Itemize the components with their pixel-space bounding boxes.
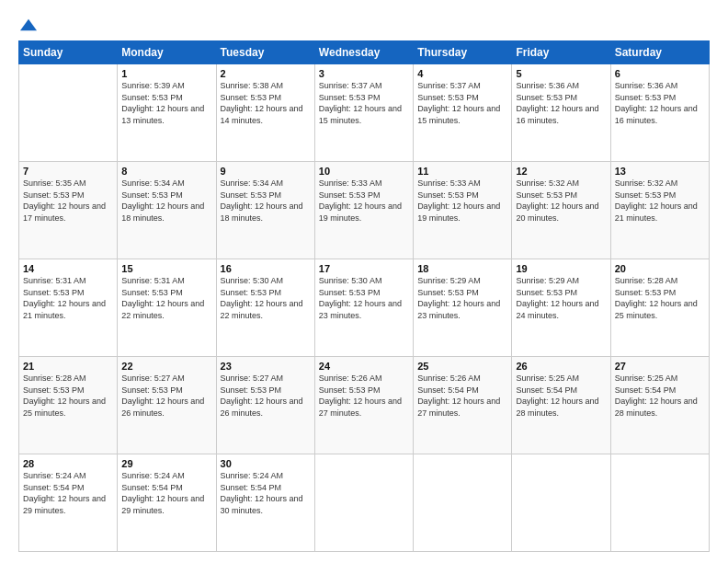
weekday-header-sunday: Sunday — [19, 41, 118, 64]
day-number: 16 — [221, 263, 311, 274]
calendar-cell: 20Sunrise: 5:28 AMSunset: 5:53 PMDayligh… — [610, 259, 709, 357]
logo — [18, 17, 37, 33]
day-number: 6 — [615, 68, 705, 79]
calendar-week-3: 14Sunrise: 5:31 AMSunset: 5:53 PMDayligh… — [19, 259, 710, 357]
calendar-cell — [610, 454, 709, 552]
day-info: Sunrise: 5:34 AMSunset: 5:53 PMDaylight:… — [121, 178, 211, 224]
calendar-cell: 7Sunrise: 5:35 AMSunset: 5:53 PMDaylight… — [19, 162, 118, 259]
calendar-cell: 22Sunrise: 5:27 AMSunset: 5:53 PMDayligh… — [118, 357, 216, 454]
calendar-cell: 19Sunrise: 5:29 AMSunset: 5:53 PMDayligh… — [512, 259, 610, 357]
weekday-header-saturday: Saturday — [610, 41, 709, 64]
day-number: 15 — [121, 263, 211, 274]
calendar-cell — [512, 454, 610, 552]
day-info: Sunrise: 5:34 AMSunset: 5:53 PMDaylight:… — [221, 178, 311, 224]
day-info: Sunrise: 5:27 AMSunset: 5:53 PMDaylight:… — [121, 373, 211, 419]
day-info: Sunrise: 5:24 AMSunset: 5:54 PMDaylight:… — [121, 470, 211, 516]
weekday-header-monday: Monday — [118, 41, 216, 64]
day-info: Sunrise: 5:38 AMSunset: 5:53 PMDaylight:… — [221, 80, 311, 126]
weekday-header-wednesday: Wednesday — [314, 41, 413, 64]
day-number: 9 — [221, 166, 311, 177]
day-info: Sunrise: 5:33 AMSunset: 5:53 PMDaylight:… — [319, 178, 409, 224]
calendar-cell: 11Sunrise: 5:33 AMSunset: 5:53 PMDayligh… — [414, 162, 512, 259]
day-info: Sunrise: 5:26 AMSunset: 5:54 PMDaylight:… — [417, 373, 507, 419]
day-number: 30 — [221, 458, 311, 469]
calendar-cell: 6Sunrise: 5:36 AMSunset: 5:53 PMDaylight… — [610, 64, 709, 162]
calendar-cell: 14Sunrise: 5:31 AMSunset: 5:53 PMDayligh… — [19, 259, 118, 357]
calendar-cell: 24Sunrise: 5:26 AMSunset: 5:53 PMDayligh… — [314, 357, 413, 454]
page: SundayMondayTuesdayWednesdayThursdayFrid… — [0, 0, 728, 563]
calendar-cell: 2Sunrise: 5:38 AMSunset: 5:53 PMDaylight… — [216, 64, 314, 162]
day-info: Sunrise: 5:36 AMSunset: 5:53 PMDaylight:… — [615, 80, 705, 126]
calendar-cell: 15Sunrise: 5:31 AMSunset: 5:53 PMDayligh… — [118, 259, 216, 357]
day-number: 5 — [516, 68, 606, 79]
day-number: 23 — [221, 361, 311, 372]
calendar-cell: 1Sunrise: 5:39 AMSunset: 5:53 PMDaylight… — [118, 64, 216, 162]
day-info: Sunrise: 5:24 AMSunset: 5:54 PMDaylight:… — [23, 470, 113, 516]
calendar-week-2: 7Sunrise: 5:35 AMSunset: 5:53 PMDaylight… — [19, 162, 710, 259]
calendar-cell: 26Sunrise: 5:25 AMSunset: 5:54 PMDayligh… — [512, 357, 610, 454]
calendar-cell: 13Sunrise: 5:32 AMSunset: 5:53 PMDayligh… — [610, 162, 709, 259]
day-info: Sunrise: 5:35 AMSunset: 5:53 PMDaylight:… — [23, 178, 113, 224]
calendar-week-1: 1Sunrise: 5:39 AMSunset: 5:53 PMDaylight… — [19, 64, 710, 162]
day-info: Sunrise: 5:28 AMSunset: 5:53 PMDaylight:… — [23, 373, 113, 419]
day-number: 21 — [23, 361, 113, 372]
day-info: Sunrise: 5:24 AMSunset: 5:54 PMDaylight:… — [221, 470, 311, 516]
calendar-cell: 8Sunrise: 5:34 AMSunset: 5:53 PMDaylight… — [118, 162, 216, 259]
calendar-table: SundayMondayTuesdayWednesdayThursdayFrid… — [18, 40, 710, 552]
header — [18, 17, 710, 33]
day-number: 22 — [121, 361, 211, 372]
calendar-cell: 16Sunrise: 5:30 AMSunset: 5:53 PMDayligh… — [216, 259, 314, 357]
calendar-cell — [414, 454, 512, 552]
calendar-cell: 30Sunrise: 5:24 AMSunset: 5:54 PMDayligh… — [216, 454, 314, 552]
calendar-cell: 21Sunrise: 5:28 AMSunset: 5:53 PMDayligh… — [19, 357, 118, 454]
calendar-cell: 5Sunrise: 5:36 AMSunset: 5:53 PMDaylight… — [512, 64, 610, 162]
day-number: 26 — [516, 361, 606, 372]
calendar-cell: 18Sunrise: 5:29 AMSunset: 5:53 PMDayligh… — [414, 259, 512, 357]
day-number: 19 — [516, 263, 606, 274]
day-info: Sunrise: 5:27 AMSunset: 5:53 PMDaylight:… — [221, 373, 311, 419]
day-number: 12 — [516, 166, 606, 177]
weekday-header-friday: Friday — [512, 41, 610, 64]
calendar-cell — [19, 64, 118, 162]
day-info: Sunrise: 5:31 AMSunset: 5:53 PMDaylight:… — [121, 275, 211, 321]
calendar-cell: 12Sunrise: 5:32 AMSunset: 5:53 PMDayligh… — [512, 162, 610, 259]
day-info: Sunrise: 5:28 AMSunset: 5:53 PMDaylight:… — [615, 275, 705, 321]
calendar-cell — [314, 454, 413, 552]
day-info: Sunrise: 5:25 AMSunset: 5:54 PMDaylight:… — [516, 373, 606, 419]
day-number: 29 — [121, 458, 211, 469]
day-info: Sunrise: 5:32 AMSunset: 5:53 PMDaylight:… — [615, 178, 705, 224]
day-info: Sunrise: 5:30 AMSunset: 5:53 PMDaylight:… — [221, 275, 311, 321]
day-info: Sunrise: 5:37 AMSunset: 5:53 PMDaylight:… — [417, 80, 507, 126]
day-info: Sunrise: 5:31 AMSunset: 5:53 PMDaylight:… — [23, 275, 113, 321]
weekday-header-tuesday: Tuesday — [216, 41, 314, 64]
calendar-week-5: 28Sunrise: 5:24 AMSunset: 5:54 PMDayligh… — [19, 454, 710, 552]
calendar-cell: 17Sunrise: 5:30 AMSunset: 5:53 PMDayligh… — [314, 259, 413, 357]
day-number: 11 — [417, 166, 507, 177]
day-info: Sunrise: 5:30 AMSunset: 5:53 PMDaylight:… — [319, 275, 409, 321]
day-info: Sunrise: 5:39 AMSunset: 5:53 PMDaylight:… — [121, 80, 211, 126]
day-number: 2 — [221, 68, 311, 79]
calendar-cell: 9Sunrise: 5:34 AMSunset: 5:53 PMDaylight… — [216, 162, 314, 259]
day-info: Sunrise: 5:29 AMSunset: 5:53 PMDaylight:… — [516, 275, 606, 321]
calendar-header-row: SundayMondayTuesdayWednesdayThursdayFrid… — [19, 41, 710, 64]
calendar-cell: 25Sunrise: 5:26 AMSunset: 5:54 PMDayligh… — [414, 357, 512, 454]
day-number: 18 — [417, 263, 507, 274]
calendar-cell: 28Sunrise: 5:24 AMSunset: 5:54 PMDayligh… — [19, 454, 118, 552]
calendar-cell: 27Sunrise: 5:25 AMSunset: 5:54 PMDayligh… — [610, 357, 709, 454]
day-number: 24 — [319, 361, 409, 372]
day-number: 1 — [121, 68, 211, 79]
day-number: 28 — [23, 458, 113, 469]
day-info: Sunrise: 5:25 AMSunset: 5:54 PMDaylight:… — [615, 373, 705, 419]
day-number: 20 — [615, 263, 705, 274]
day-number: 14 — [23, 263, 113, 274]
logo-icon — [20, 17, 37, 33]
day-info: Sunrise: 5:29 AMSunset: 5:53 PMDaylight:… — [417, 275, 507, 321]
calendar-cell: 23Sunrise: 5:27 AMSunset: 5:53 PMDayligh… — [216, 357, 314, 454]
day-info: Sunrise: 5:37 AMSunset: 5:53 PMDaylight:… — [319, 80, 409, 126]
day-number: 27 — [615, 361, 705, 372]
svg-marker-0 — [20, 19, 37, 31]
day-info: Sunrise: 5:32 AMSunset: 5:53 PMDaylight:… — [516, 178, 606, 224]
weekday-header-thursday: Thursday — [414, 41, 512, 64]
day-info: Sunrise: 5:33 AMSunset: 5:53 PMDaylight:… — [417, 178, 507, 224]
calendar-week-4: 21Sunrise: 5:28 AMSunset: 5:53 PMDayligh… — [19, 357, 710, 454]
